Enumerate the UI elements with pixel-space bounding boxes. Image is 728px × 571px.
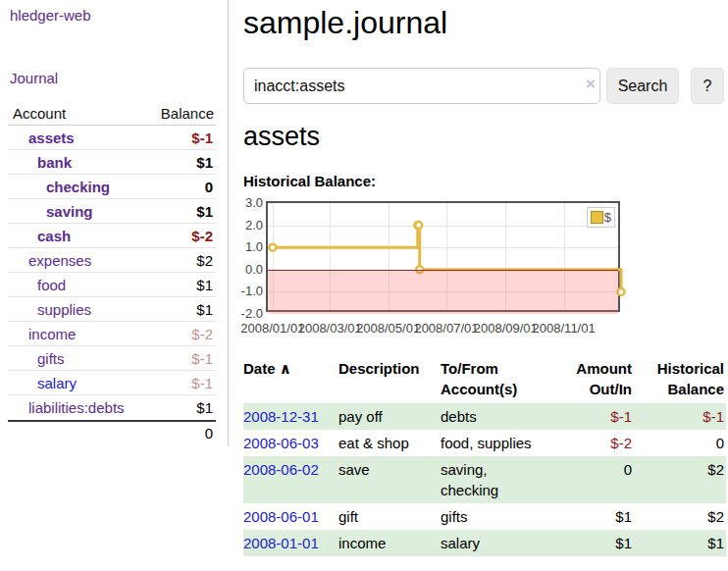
- clear-search-icon[interactable]: ×: [581, 75, 600, 94]
- account-link[interactable]: assets: [8, 126, 75, 150]
- account-row: food$1: [8, 273, 216, 297]
- transaction-balance: 0: [632, 430, 726, 456]
- transaction-date-link[interactable]: 2008-01-01: [243, 535, 319, 551]
- account-row: expenses$2: [8, 248, 216, 273]
- transaction-balance: $1: [632, 530, 726, 556]
- transaction-description: eat & shop: [338, 430, 441, 456]
- app-title-link[interactable]: hledger-web: [10, 7, 91, 24]
- account-link[interactable]: gifts: [8, 346, 65, 371]
- account-row: assets$-1: [8, 126, 216, 150]
- account-link[interactable]: food: [8, 273, 66, 297]
- account-heading: assets: [243, 117, 320, 156]
- y-tick-label: -2.0: [241, 306, 263, 322]
- nav-journal-link[interactable]: Journal: [10, 70, 58, 86]
- account-link[interactable]: expenses: [8, 248, 91, 273]
- transaction-balance: $2: [632, 456, 726, 503]
- x-tick-label: 2008/11/01: [525, 321, 603, 336]
- transaction-row: 2008-06-03eat & shopfood, supplies$-20: [243, 430, 726, 456]
- transaction-row: 2008-12-31pay offdebts$-1$-1: [243, 403, 726, 430]
- account-balance: $1: [196, 395, 213, 420]
- account-row: salary$-1: [8, 371, 216, 395]
- account-link[interactable]: cash: [8, 224, 71, 248]
- account-balance: $-2: [191, 322, 213, 346]
- y-tick-label: -1.0: [241, 284, 263, 299]
- legend-label: $: [603, 210, 611, 225]
- y-tick-label: 0.0: [245, 262, 263, 278]
- register-balance-column-header: Historical Balance: [632, 355, 726, 403]
- transaction-row: 2008-01-01incomesalary$1$1: [243, 530, 726, 556]
- account-balance: $-1: [191, 346, 213, 371]
- data-point-marker: [415, 222, 422, 229]
- account-column-header: Account: [8, 105, 66, 122]
- transaction-date-cell: 2008-01-01: [243, 530, 338, 556]
- transaction-accounts: debts: [441, 403, 563, 430]
- account-link[interactable]: checking: [8, 175, 110, 199]
- account-row: checking0: [8, 175, 216, 199]
- data-point-marker: [269, 244, 276, 251]
- transaction-balance: $2: [632, 503, 726, 530]
- help-button[interactable]: ?: [691, 68, 724, 104]
- y-tick-label: 2.0: [245, 218, 263, 234]
- account-row: liabilities:debts$1: [8, 395, 216, 420]
- search-button[interactable]: Search: [606, 68, 679, 104]
- transaction-amount: $-2: [563, 430, 632, 456]
- account-balance: 0: [205, 175, 213, 199]
- register-body: 2008-12-31pay offdebts$-1$-12008-06-03ea…: [243, 403, 726, 556]
- search-input[interactable]: [243, 68, 600, 104]
- total-row: 0: [8, 420, 216, 444]
- date-column-header[interactable]: Date: [243, 360, 276, 377]
- account-link[interactable]: supplies: [8, 297, 91, 322]
- account-balance: $1: [196, 199, 213, 224]
- account-balance: $-2: [191, 224, 213, 248]
- transaction-date-cell: 2008-06-02: [243, 456, 338, 503]
- account-row: income$-2: [8, 322, 216, 346]
- transaction-date-link[interactable]: 2008-12-31: [243, 408, 319, 425]
- transaction-amount: $-1: [563, 403, 632, 430]
- account-link[interactable]: saving: [8, 199, 93, 224]
- sort-ascending-icon[interactable]: ∧: [280, 360, 291, 377]
- transaction-date-link[interactable]: 2008-06-01: [243, 508, 319, 525]
- transaction-date-cell: 2008-06-01: [243, 503, 338, 530]
- account-table-header: Account Balance: [8, 101, 216, 126]
- account-row: saving$1: [8, 199, 216, 224]
- transaction-row: 2008-06-01giftgifts$1$2: [243, 503, 726, 530]
- description-column-header: Description: [338, 355, 441, 403]
- transaction-row: 2008-06-02savesaving, checking0$2: [243, 456, 726, 503]
- account-row: gifts$-1: [8, 346, 216, 371]
- transaction-description: gift: [338, 503, 441, 530]
- legend-swatch-icon: [591, 211, 603, 224]
- transaction-accounts: salary: [441, 530, 563, 556]
- account-balance: $1: [196, 297, 213, 322]
- transaction-balance: $-1: [632, 403, 726, 430]
- transaction-description: income: [338, 530, 441, 556]
- register-header-row: Date ∧ Description To/From Account(s) Am…: [243, 355, 726, 403]
- y-tick-label: 1.0: [245, 239, 263, 255]
- account-balance: $-1: [191, 371, 213, 395]
- transaction-accounts: saving, checking: [441, 456, 563, 503]
- chart-legend: $: [587, 207, 615, 228]
- account-balance: $2: [196, 248, 213, 273]
- account-link[interactable]: bank: [8, 150, 72, 175]
- transaction-description: pay off: [338, 403, 441, 430]
- account-balance: $1: [196, 273, 213, 297]
- account-row: bank$1: [8, 150, 216, 175]
- account-balance: $1: [196, 150, 213, 175]
- transaction-date-link[interactable]: 2008-06-02: [243, 461, 319, 478]
- account-link[interactable]: salary: [8, 371, 77, 395]
- chart-plot: $: [266, 201, 620, 312]
- transaction-description: save: [338, 456, 441, 503]
- balance-chart: $ 3.02.01.00.0-1.0-2.02008/01/012008/03/…: [243, 196, 728, 339]
- transaction-amount: $1: [563, 503, 632, 530]
- register-table: Date ∧ Description To/From Account(s) Am…: [243, 355, 726, 556]
- account-link[interactable]: liabilities:debts: [8, 395, 125, 420]
- zero-line: [268, 270, 618, 271]
- account-link[interactable]: income: [8, 322, 76, 346]
- transaction-date-link[interactable]: 2008-06-03: [243, 435, 319, 451]
- negative-region: [268, 270, 618, 314]
- y-tick-label: 3.0: [245, 195, 263, 211]
- account-tree: assets$-1bank$1checking0saving$1cash$-2e…: [8, 126, 216, 420]
- transaction-amount: $1: [563, 530, 632, 556]
- account-row: supplies$1: [8, 297, 216, 322]
- transaction-date-cell: 2008-06-03: [243, 430, 338, 456]
- register-amount-column-header: Amount Out/In: [563, 355, 632, 403]
